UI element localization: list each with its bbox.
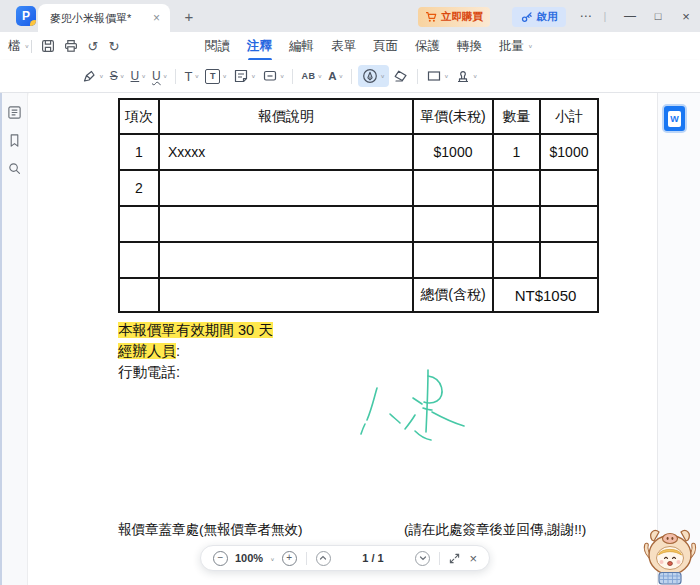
menubar-divider [31, 40, 32, 53]
comment-icon [262, 68, 278, 84]
cell-item-no [119, 206, 159, 242]
cell-subtotal: $1000 [540, 134, 598, 170]
tab-batch[interactable]: 批量∨ [499, 38, 533, 55]
highlighter-icon [81, 68, 97, 84]
app-logo-icon: P [16, 6, 36, 26]
textbox-icon: T [205, 69, 220, 84]
fullscreen-button[interactable] [449, 553, 460, 564]
squiggly-underline-icon: U [152, 69, 161, 83]
more-menu-button[interactable]: ⋯ [576, 0, 596, 32]
table-row: 1 Xxxxx $1000 1 $1000 [119, 134, 598, 170]
table-row: 2 [119, 170, 598, 206]
toolbar-divider [351, 69, 352, 84]
typewriter-icon: T [184, 69, 192, 84]
zoom-level[interactable]: 100% [235, 552, 263, 564]
document-tab[interactable]: 麥兜小米報價單* × [38, 4, 170, 32]
tab-close-icon[interactable]: × [151, 11, 162, 25]
thumbnails-icon [7, 105, 22, 120]
stamp-note: 報價章蓋章處(無報價章者無效) [118, 521, 303, 539]
undo-button[interactable]: ↺ [83, 32, 103, 60]
toolbar-divider [175, 69, 176, 84]
sticky-note-tool-button[interactable]: ∨ [231, 65, 258, 87]
bookmarks-panel-button[interactable] [7, 133, 22, 148]
zoom-out-button[interactable]: − [213, 551, 228, 566]
minimize-button[interactable]: — [618, 0, 642, 32]
stamp-tool-button[interactable]: ∨ [453, 65, 480, 87]
tab-edit[interactable]: 編輯 [289, 38, 314, 55]
sign-note: (請在此處簽章後並回傳,謝謝!!) [404, 521, 586, 539]
new-tab-button[interactable]: + [180, 7, 198, 25]
cell-empty [159, 278, 413, 312]
chevron-down-icon: ∨ [251, 73, 256, 79]
page-indicator: 1 / 1 [362, 552, 383, 564]
typewriter-tool-button[interactable]: T ∨ [182, 66, 201, 87]
highlight-tool-button[interactable]: ∨ [79, 65, 106, 87]
replace-text-tool-button[interactable]: AB ∨ [299, 68, 324, 84]
next-page-button[interactable] [415, 551, 430, 566]
search-panel-button[interactable] [7, 161, 22, 176]
header-description: 報價說明 [159, 99, 413, 134]
cell-subtotal [540, 206, 598, 242]
menubar: 檔 ∨ ↺ ↻ 閱讀 注釋 編輯 表單 頁面 保護 轉換 [0, 32, 700, 60]
file-menu-button[interactable]: 檔 ∨ [8, 32, 29, 60]
stamp-icon [455, 68, 471, 84]
app-logo-letter: P [22, 9, 30, 23]
activate-button[interactable]: 啟用 [512, 7, 566, 27]
toolbar-divider [292, 69, 293, 84]
cell-quantity [493, 206, 540, 242]
expand-icon [449, 553, 460, 564]
strikethrough-tool-button[interactable]: S ∨ [108, 66, 127, 86]
mascot-assistant-button[interactable] [642, 525, 699, 585]
tab-read[interactable]: 閱讀 [205, 38, 230, 55]
cell-description [159, 242, 413, 278]
header-quantity: 數量 [493, 99, 540, 134]
maximize-button[interactable]: □ [646, 0, 670, 32]
right-gutter [657, 93, 700, 585]
buy-now-button[interactable]: 立即購買 [418, 7, 490, 27]
previous-page-button[interactable] [316, 551, 331, 566]
correction-tool-button[interactable]: A ∨ [326, 67, 345, 85]
view-control-bar: − 100% ∨ + 1 / 1 × [200, 545, 490, 571]
agent-colon: : [176, 343, 180, 359]
validity-note: 本報價單有效期間 30 天 [118, 320, 273, 340]
header-item-no: 項次 [119, 99, 159, 134]
correction-icon: A [328, 70, 336, 82]
comment-tool-button[interactable]: ∨ [260, 65, 287, 87]
tab-protect[interactable]: 保護 [415, 38, 440, 55]
tab-annotate[interactable]: 注釋 [247, 38, 272, 55]
total-value: NT$1050 [493, 278, 598, 312]
shape-rectangle-tool-button[interactable]: ∨ [424, 65, 451, 87]
cell-unit-price [413, 206, 493, 242]
close-viewbar-button[interactable]: × [469, 551, 477, 566]
pill-divider [439, 552, 440, 565]
tab-convert[interactable]: 轉換 [457, 38, 482, 55]
header-subtotal: 小計 [540, 99, 598, 134]
tab-page[interactable]: 頁面 [373, 38, 398, 55]
sticky-note-icon [233, 68, 249, 84]
search-icon [7, 161, 22, 176]
zoom-in-button[interactable]: + [282, 551, 297, 566]
chevron-down-icon: ∨ [194, 73, 199, 79]
thumbnails-panel-button[interactable] [7, 105, 22, 120]
save-button[interactable] [38, 32, 58, 60]
close-button[interactable]: × [674, 0, 698, 32]
app-window: P 麥兜小米報價單* × + 立即購買 啟用 ⋯ | — □ × 檔 [0, 0, 700, 585]
textbox-tool-button[interactable]: T ∨ [203, 66, 229, 87]
convert-to-word-button[interactable]: W [662, 104, 687, 133]
underline-tool-button[interactable]: U ∨ [129, 66, 148, 86]
handwritten-signature-annotation[interactable] [353, 362, 478, 447]
cell-empty [119, 278, 159, 312]
cell-subtotal [540, 242, 598, 278]
tab-form[interactable]: 表單 [331, 38, 356, 55]
undo-icon: ↺ [88, 39, 99, 54]
eraser-tool-button[interactable] [391, 65, 411, 87]
buy-now-label: 立即購買 [441, 10, 483, 24]
redo-button[interactable]: ↻ [104, 32, 124, 60]
word-icon: W [668, 111, 681, 127]
file-menu-label: 檔 [8, 38, 21, 55]
cell-description [159, 206, 413, 242]
pencil-tool-button[interactable]: ∨ [358, 65, 389, 87]
squiggly-underline-tool-button[interactable]: U ∨ [150, 66, 169, 86]
print-button[interactable] [61, 32, 81, 60]
bookmark-icon [7, 133, 22, 148]
